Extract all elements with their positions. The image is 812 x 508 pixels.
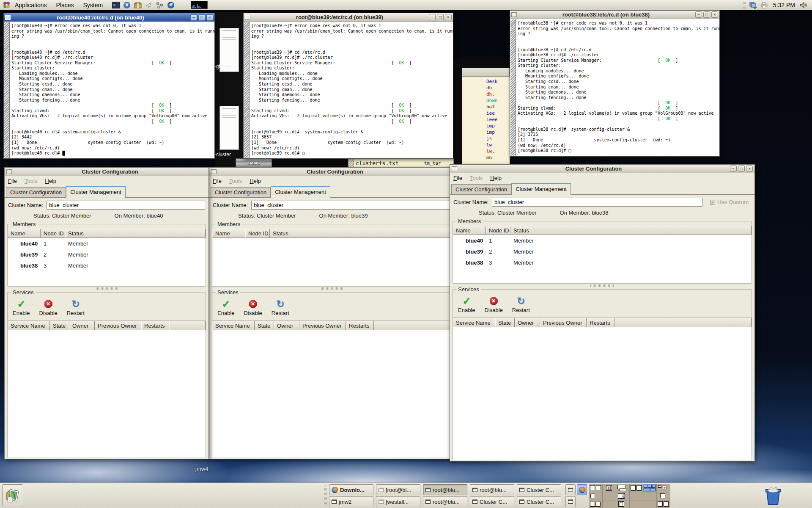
workspace-cell[interactable]	[603, 492, 616, 500]
column-header-node-id[interactable]: Node ID	[245, 229, 270, 238]
file-copy-applet-icon[interactable]	[749, 1, 757, 9]
window-list-button[interactable]	[565, 484, 576, 495]
desktop-launcher-button[interactable]	[2, 484, 23, 506]
enable-button[interactable]: ✓Enable	[13, 298, 30, 316]
window-menu-icon[interactable]	[245, 15, 250, 19]
taskbar-button-download[interactable]: Downlo...	[329, 484, 373, 495]
workspace-cell-active[interactable]	[643, 484, 656, 492]
menu-file[interactable]: File	[8, 178, 17, 184]
members-table-body[interactable]: blue40 1 Member blue39 2 Member blue38 3…	[8, 238, 206, 286]
trash-applet[interactable]	[761, 484, 785, 507]
column-header-status[interactable]: Status	[65, 229, 206, 238]
restart-button[interactable]: ↻Restart	[67, 298, 85, 316]
member-row[interactable]: blue39 2 Member	[453, 246, 752, 257]
column-header-state[interactable]: State	[495, 318, 515, 327]
member-row[interactable]: blue39 2 Member	[8, 249, 206, 260]
taskbar-button-cluster-config[interactable]: Cluster C...	[470, 496, 514, 507]
titlebar[interactable]: root@blue39:/etc/rc.d (on blue39) − □ ×	[244, 13, 453, 22]
column-header-restarts[interactable]: Restarts	[346, 321, 374, 330]
workspace-cell[interactable]	[630, 484, 643, 492]
maximize-button[interactable]: □	[703, 11, 710, 18]
pane-resize-grip[interactable]	[209, 287, 454, 290]
column-header-service-name[interactable]: Service Name	[453, 318, 495, 327]
column-header-owner[interactable]: Owner	[69, 321, 95, 330]
minimize-button[interactable]: −	[190, 14, 197, 21]
minimize-button[interactable]: −	[730, 166, 737, 172]
restart-button[interactable]: ↻Restart	[512, 295, 530, 313]
window-list-button[interactable]	[565, 496, 576, 507]
disable-button[interactable]: ✕Disable	[484, 295, 502, 313]
taskbar-drag-handle[interactable]	[324, 486, 327, 506]
workspace-cell[interactable]	[657, 492, 670, 500]
printer-icon[interactable]	[760, 1, 768, 9]
titlebar[interactable]: Cluster Configuration	[5, 168, 208, 176]
workspace-cell[interactable]	[589, 492, 602, 500]
menu-file[interactable]: File	[453, 175, 462, 181]
cluster-name-field[interactable]: blue_cluster	[47, 201, 205, 210]
window-menu-icon[interactable]	[6, 169, 12, 174]
column-header-status[interactable]: Status	[270, 229, 451, 238]
column-header-name[interactable]: Name	[8, 229, 41, 238]
minimize-button[interactable]: −	[429, 14, 436, 20]
titlebar[interactable]: Cluster Configuration − □ ×	[450, 165, 754, 173]
applet-drag-handle[interactable]	[743, 1, 746, 9]
taskbar-button-cluster-config[interactable]: Cluster C...	[517, 496, 561, 507]
close-button[interactable]: ×	[746, 166, 753, 172]
column-header-previous-owner[interactable]: Previous Owner	[299, 321, 346, 330]
taskbar-button-root-terminal[interactable]: root@blu...	[470, 484, 514, 495]
column-header-node-id[interactable]: Node ID	[486, 226, 510, 235]
column-header-name[interactable]: Name	[212, 229, 245, 238]
close-button[interactable]: ×	[445, 14, 452, 20]
terminal-scrollbar[interactable]	[244, 22, 250, 158]
taskbar-button-root-terminal[interactable]: [root@bl...	[376, 484, 420, 495]
column-header-restarts[interactable]: Restarts	[587, 318, 614, 327]
column-header-service-name[interactable]: Service Name	[8, 321, 50, 330]
member-row[interactable]: blue38 3 Member	[453, 257, 752, 268]
restart-button[interactable]: ↻Restart	[272, 298, 289, 316]
xmms-window-fragment[interactable]: XMMS	[236, 158, 272, 168]
workspace-cell[interactable]	[616, 484, 629, 492]
member-row[interactable]: blue40 1 Member	[8, 238, 206, 249]
workspace-cell[interactable]	[589, 484, 602, 492]
tab-cluster-management[interactable]: Cluster Management	[511, 183, 571, 195]
column-header-service-name[interactable]: Service Name	[212, 321, 255, 330]
terminal-launcher-icon[interactable]: >_	[112, 1, 120, 9]
editor-tab-fragment[interactable]: clusterfs.txt tm_tar	[348, 158, 454, 168]
column-header-restarts[interactable]: Restarts	[141, 321, 169, 330]
tab-cluster-configuration[interactable]: Cluster Configuration	[6, 187, 66, 197]
column-header-status[interactable]: Status	[510, 226, 752, 235]
member-row[interactable]: blue40 1 Member	[453, 235, 752, 246]
services-table-body[interactable]	[453, 327, 752, 460]
disable-button[interactable]: ✕Disable	[244, 298, 262, 316]
taskbar-button-cluster-config[interactable]: Cluster C...	[517, 484, 561, 495]
column-header-previous-owner[interactable]: Previous Owner	[95, 321, 141, 330]
tab-cluster-configuration[interactable]: Cluster Configuration	[211, 187, 271, 197]
menu-places[interactable]: Places	[52, 0, 79, 10]
globe-time-icon[interactable]	[123, 1, 131, 9]
workspace-cell[interactable]: e	[603, 484, 616, 492]
column-header-name[interactable]: Name	[453, 226, 486, 235]
terminal-content[interactable]: [root@blue38 ~]# error code res was not …	[510, 19, 719, 156]
taskbar-button-root-terminal-active[interactable]: root@blu...	[423, 484, 467, 495]
system-monitor-applet[interactable]	[191, 1, 208, 9]
tab-cluster-management[interactable]: Cluster Management	[66, 186, 126, 198]
menu-system[interactable]: System	[79, 0, 108, 10]
workspace-cell[interactable]	[643, 492, 656, 500]
close-button[interactable]: ×	[206, 14, 213, 21]
pane-resize-grip[interactable]	[450, 284, 754, 287]
cluster-name-field[interactable]: blue_cluster	[251, 201, 450, 210]
workspace-cell[interactable]	[657, 500, 670, 508]
titlebar[interactable]: Cluster Configuration	[209, 168, 454, 176]
pdf-page-thumbnail[interactable]	[219, 106, 239, 150]
workspace-cell[interactable]	[603, 500, 616, 508]
firefox-taskbar-button[interactable]	[577, 484, 587, 495]
menu-help[interactable]: Help	[45, 178, 56, 184]
column-header-owner[interactable]: Owner	[274, 321, 299, 330]
tab-cluster-management[interactable]: Cluster Management	[271, 186, 330, 198]
menu-help[interactable]: Help	[490, 175, 502, 181]
window-menu-icon[interactable]	[511, 12, 517, 17]
terminal-scrollbar[interactable]	[4, 22, 10, 158]
window-menu-icon[interactable]	[452, 166, 457, 171]
services-table-body[interactable]	[212, 330, 451, 458]
member-row[interactable]: blue38 3 Member	[8, 260, 206, 271]
